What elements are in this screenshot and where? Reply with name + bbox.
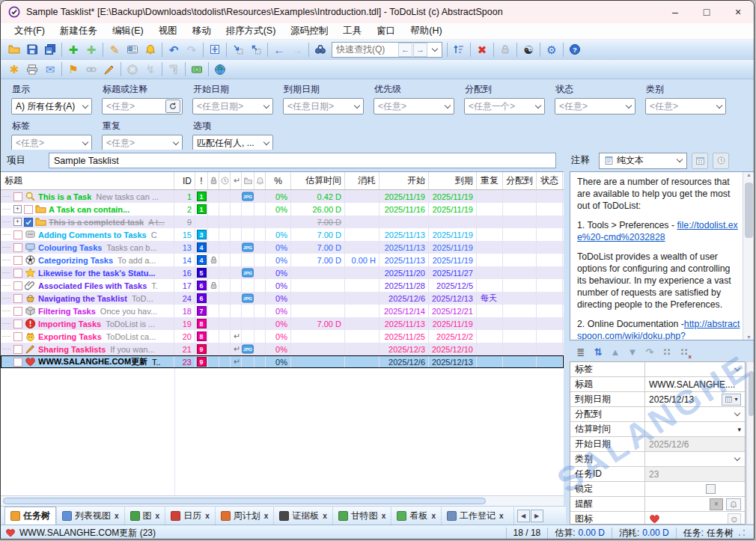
tab-图[interactable]: 图x [124,507,165,525]
move-down-icon[interactable]: ▼ [624,345,641,360]
refresh-button[interactable] [165,100,180,113]
tab-证据板[interactable]: 证据板x [273,507,332,525]
menu-item-8[interactable]: 窗口 [369,23,403,39]
redo-icon[interactable]: ↷ [183,41,201,58]
vertical-splitter[interactable] [564,171,570,506]
task-table-header[interactable]: 标题ID!%估算时间消耗开始到期重复分配到状态 [1,172,564,190]
task-row[interactable]: Likewise for the task's Statu...1650%202… [1,266,564,279]
task-checkbox[interactable] [13,294,22,303]
tab-close-icon[interactable]: x [205,512,210,520]
attribute-value[interactable]: ▾ [645,422,745,436]
undo-icon[interactable]: ↶ [165,41,183,58]
task-row[interactable]: WWW.SALANGHE.COM更新T..2390%2025/12/62025/… [1,355,564,368]
task-checkbox[interactable] [13,358,22,367]
task-checkbox[interactable] [13,345,22,354]
attribute-value[interactable] [645,482,745,496]
task-row[interactable]: Associated Files with TasksT.1760%2025/1… [1,279,564,292]
task-checkbox[interactable] [13,256,22,265]
maximize-button[interactable]: □ [691,1,722,23]
header-col-15[interactable]: 状态 [537,172,563,189]
task-row[interactable]: Exporting TasksToDoList ca...2080%2025/1… [1,330,564,343]
link-icon[interactable] [82,61,100,78]
menu-item-7[interactable]: 工具 [335,23,369,39]
cleanup-icon[interactable] [100,61,118,78]
icon-picker-button[interactable]: ☺ [728,513,741,525]
header-col-4[interactable] [219,172,231,189]
header-col-12[interactable]: 到期 [429,172,477,189]
filter-combo[interactable]: <任意> [102,135,183,151]
group-icon[interactable]: ∷ [659,345,675,360]
task-checkbox[interactable] [13,243,22,252]
close-button[interactable]: × [722,1,754,23]
filter-combo[interactable]: <任意> [102,98,183,114]
header-col-13[interactable]: 重复 [477,172,503,189]
attribute-value[interactable]: ☺ [645,512,745,525]
minimize-button[interactable]: – [659,1,691,23]
task-checkbox[interactable] [13,269,22,278]
save-icon[interactable] [23,41,41,58]
menu-item-2[interactable]: 编辑(E) [105,23,151,39]
header-col-11[interactable]: 开始 [379,172,429,189]
open-file-icon[interactable] [5,41,23,58]
reminder-button[interactable] [726,498,741,510]
filter-combo[interactable]: <任意日期> [283,98,364,114]
indent-icon[interactable] [229,41,247,58]
task-row[interactable]: Adding Comments to TasksC1530%7.00 D2025… [1,228,564,241]
tab-close-icon[interactable]: x [431,512,436,520]
expand-toggle[interactable]: + [13,205,22,213]
filter-combo[interactable]: A) 所有任务(A) [11,98,92,114]
attribute-value[interactable]: 2025/12/13▾ [645,392,745,406]
scrollbar-thumb[interactable] [745,183,753,238]
comment-calendar-button[interactable] [692,153,708,169]
maximize-tasklist-icon[interactable] [206,41,224,58]
clear-reminder-button[interactable]: × [710,498,723,510]
save-all-icon[interactable] [41,41,59,58]
menu-item-5[interactable]: 排序方式(S) [219,23,284,39]
task-row[interactable]: +This is a completed taskA t...97.00 D [1,216,564,228]
search-next-button[interactable]: → [413,43,427,57]
scrollbar-thumb[interactable] [749,371,754,416]
menu-item-1[interactable]: 新建任务 [52,23,105,39]
flag-icon[interactable]: ⚑ [64,61,82,78]
donate-icon[interactable] [188,61,206,78]
tab-日历[interactable]: 日历x [165,507,215,525]
header-col-10[interactable]: 消耗 [345,172,379,189]
help-icon[interactable] [566,41,584,58]
preferences-icon[interactable]: ⚙ [543,41,561,58]
weblink-icon[interactable] [211,61,229,78]
tab-close-icon[interactable]: x [115,512,119,520]
attribute-value[interactable] [645,452,745,466]
comment-history-button[interactable] [713,153,729,169]
sort-comments-icon[interactable]: ⇅ [590,345,606,360]
header-col-6[interactable] [242,172,254,189]
attribute-value[interactable] [645,407,745,421]
header-col-9[interactable]: 估算时间 [291,172,345,189]
search-dropdown-button[interactable] [428,43,442,57]
filter-combo[interactable]: <任意> [11,135,92,151]
forward-icon[interactable]: → [288,41,306,58]
comments-panel[interactable]: There are a number of resources that are… [570,171,755,340]
header-col-3[interactable] [208,172,219,189]
task-checkbox[interactable] [13,320,22,328]
task-checkbox[interactable] [13,332,22,341]
move-up-icon[interactable]: ▲ [607,345,624,360]
theme-icon[interactable]: ☯ [519,41,537,58]
run-icon[interactable]: ↯ [141,61,159,78]
task-row[interactable]: Categorizing TasksTo add a...1440%7.00 D… [1,254,564,266]
tab-甘特图[interactable]: 甘特图x [332,507,391,525]
scrollbar-thumb[interactable] [3,498,486,504]
filter-combo[interactable]: 匹配任何人, ... [192,135,273,151]
task-checkbox[interactable] [13,192,22,201]
filter-combo[interactable]: <任意日期> [192,98,273,114]
tab-工作登记[interactable]: 工作登记x [441,507,509,525]
tab-close-icon[interactable]: x [499,512,504,520]
tab-任务树[interactable]: 任务树 [4,507,56,525]
edit-task-icon[interactable]: ✎ [106,41,124,58]
new-tasklist-icon[interactable]: ✱ [5,61,23,78]
lock-task-icon[interactable] [496,41,514,58]
menu-item-6[interactable]: 源码控制 [283,23,335,39]
tab-列表视图[interactable]: 列表视图x [56,507,124,525]
filter-combo[interactable]: <任意> [374,98,454,114]
header-col-0[interactable]: 标题 [1,172,174,189]
search-input[interactable] [332,43,398,56]
